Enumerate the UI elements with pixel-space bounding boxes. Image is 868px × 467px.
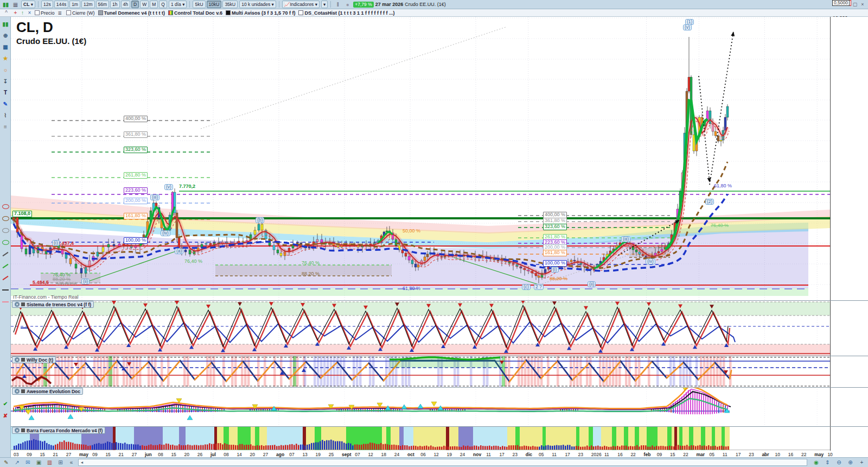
units-select[interactable]: 10 k unidades ▾ — [239, 1, 276, 8]
barra-panel-canvas[interactable] — [11, 426, 830, 451]
ellipse-brown-tool-icon[interactable] — [1, 214, 10, 223]
legend-item-4[interactable]: Control Total Doc v.6 — [168, 10, 222, 16]
timeframe-button-144s[interactable]: 144s — [54, 1, 68, 8]
trendline-red-tool-icon[interactable] — [1, 274, 10, 282]
elliott-wave-label[interactable]: (iv) — [161, 230, 170, 236]
zoom-in-icon[interactable]: ⊕ — [846, 459, 854, 466]
legend-item-3[interactable]: Tunel Domenec v4 (t t t t t) — [98, 10, 165, 16]
panel-tab-awesome[interactable]: ×Awesome Evolution Doc — [12, 388, 83, 395]
elliott-wave-label[interactable]: 2 ? — [534, 284, 544, 290]
zoom-tool-icon[interactable]: ⊕ — [1, 31, 10, 40]
panel-close-icon[interactable]: × — [15, 302, 20, 307]
zoom-drag-icon[interactable]: ⇕ — [824, 459, 832, 466]
download-icon[interactable]: ↧ — [1, 77, 10, 85]
move-up-icon[interactable]: ↑ — [20, 9, 25, 16]
indicators-more-button[interactable]: ▾ — [321, 1, 328, 8]
legend-item-1[interactable]: ≣ — [58, 10, 63, 16]
timeframe-button-1h[interactable]: 1h — [110, 1, 119, 8]
fib-level-label[interactable]: 400,00 % — [124, 116, 148, 122]
panel-close-icon[interactable]: × — [15, 428, 20, 433]
legend-item-icon[interactable] — [98, 10, 103, 15]
record-icon[interactable]: ● — [343, 1, 352, 8]
snapshot-icon[interactable]: ▣ — [35, 459, 43, 466]
scroll-left-button[interactable]: ◄ — [79, 460, 85, 465]
fib-level-label[interactable]: 200,00 % — [124, 198, 148, 204]
fib-level-label[interactable]: 100,00 % — [124, 237, 148, 244]
unit-button-35kU[interactable]: 35kU — [222, 1, 238, 8]
fib-level-label[interactable]: 261,80 % — [124, 172, 148, 179]
unit-button-10kU[interactable]: 10kU — [207, 1, 222, 8]
timeframe-button-4h[interactable]: 4h — [121, 1, 130, 8]
remove-icon[interactable]: × — [27, 9, 33, 16]
fib-level-label[interactable]: 100,00 % — [543, 260, 567, 267]
price-level-label[interactable]: 7.108,0 — [12, 211, 32, 217]
panel-separator[interactable] — [11, 356, 868, 356]
add-indicator-icon[interactable]: + — [12, 9, 18, 16]
ellipse-gray-tool-icon[interactable] — [1, 226, 10, 235]
timeframe-button-56m[interactable]: 56m — [96, 1, 110, 8]
elliott-wave-label[interactable]: (b) — [256, 217, 264, 223]
legend-item-6[interactable]: DS_CotasHist (1 t t t 3 1 1 f f f f f f … — [298, 10, 394, 16]
price-level-label[interactable]: 5.484,5 — [33, 280, 49, 286]
fib-tool-icon[interactable]: ≡ — [1, 122, 10, 131]
main-chart-canvas[interactable] — [11, 17, 830, 300]
price-axis-column[interactable] — [830, 17, 868, 457]
legend-item-icon[interactable] — [298, 10, 303, 15]
message-icon[interactable]: ✉ — [24, 459, 32, 466]
elliott-wave-label[interactable]: (2) — [705, 199, 714, 205]
timeframe-button-W[interactable]: W — [140, 1, 149, 8]
elliott-wave-label[interactable]: (iii) — [621, 236, 630, 242]
symbol-select[interactable]: CL ▾ — [21, 1, 35, 8]
price-level-label[interactable]: 6.437,4 — [58, 241, 74, 247]
willy-panel-canvas[interactable] — [11, 356, 830, 387]
timeframe-button-12m[interactable]: 12m — [81, 1, 95, 8]
chart-type-icon[interactable]: ▮▮ — [1, 20, 10, 28]
elliott-wave-label[interactable]: (ii) — [81, 279, 90, 285]
new-window-icon[interactable]: ⊞ — [56, 459, 65, 466]
ellipse-green-tool-icon[interactable] — [1, 238, 10, 247]
share-icon[interactable]: ↗ — [13, 459, 21, 466]
confirm-icon[interactable]: ✔ — [1, 399, 10, 408]
legend-item-icon[interactable] — [35, 10, 40, 15]
layout-icon[interactable]: ▦ — [11, 1, 20, 8]
zoom-out-icon[interactable]: ⊖ — [835, 459, 843, 466]
panel-separator[interactable] — [11, 300, 868, 301]
maximize-icon[interactable]: ▢ — [851, 1, 859, 8]
polyline-tool-icon[interactable]: ⌇ — [1, 111, 10, 119]
horizontal-scrollbar[interactable]: ◄ — [78, 459, 807, 466]
date-axis[interactable]: 0309152127may09152127jun08152026jul08142… — [11, 451, 868, 457]
legend-item-0[interactable]: Precio — [35, 10, 55, 16]
pause-icon[interactable]: ‖ — [334, 1, 342, 8]
fib-level-label[interactable]: 323,60 % — [543, 224, 567, 230]
fib-level-label[interactable]: 161,80 % — [543, 250, 567, 256]
elliott-wave-label[interactable]: (i) — [551, 267, 559, 273]
panel-separator[interactable] — [11, 426, 868, 427]
elliott-wave-label[interactable]: (iii) — [150, 194, 159, 200]
timeframe-button-12s[interactable]: 12s — [41, 1, 53, 8]
price-level-label[interactable]: 7.770,2 — [179, 184, 195, 190]
panel-close-icon[interactable]: × — [15, 357, 20, 362]
grid-icon[interactable]: ▦ — [1, 42, 10, 51]
fib-level-label[interactable]: 361,80 % — [124, 131, 148, 138]
legend-item-5[interactable]: Multi Avisos (3 f 3 1,5 70 f f) — [226, 10, 295, 16]
fib-level-label[interactable]: 161,80 % — [124, 213, 148, 219]
unit-button-5kU[interactable]: 5kU — [193, 1, 205, 8]
fib-level-label[interactable]: 223,60 % — [124, 187, 148, 194]
collapse-left-icon[interactable]: « — [67, 459, 75, 466]
trenes-panel-canvas[interactable] — [11, 300, 830, 356]
auto-scale-icon[interactable]: ◉ — [812, 459, 820, 466]
trendline-gray-tool-icon[interactable] — [1, 250, 10, 258]
hline-pink-tool-icon[interactable] — [1, 298, 10, 306]
panel-tab-trenes[interactable]: ×Sistema de trenes Doc v4 (f f) — [12, 301, 94, 308]
legend-item-icon[interactable] — [168, 10, 173, 15]
hline-black-tool-icon[interactable] — [1, 286, 10, 294]
elliott-wave-label[interactable]: (c) — [522, 284, 531, 290]
elliott-wave-label[interactable]: (i) — [52, 240, 60, 246]
indicators-button[interactable]: 📈Indicadores ▾ — [282, 1, 320, 8]
legend-item-2[interactable]: Cierre (W) — [66, 10, 95, 16]
pencil-tool-icon[interactable]: ✎ — [1, 99, 10, 108]
fib-level-label[interactable]: 323,60 % — [124, 147, 148, 153]
ellipse-red-tool-icon[interactable] — [1, 202, 10, 211]
panel-tab-willy[interactable]: ×Willy Doc (t) — [12, 356, 56, 363]
cancel-icon[interactable]: ✘ — [1, 411, 10, 420]
